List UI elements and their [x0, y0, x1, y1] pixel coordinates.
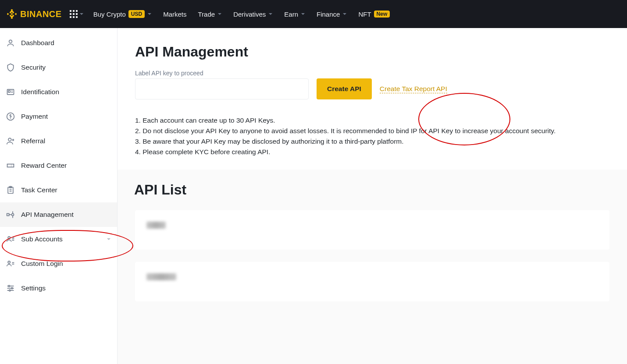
svg-point-19 — [7, 113, 14, 120]
usd-badge: USD — [128, 10, 145, 18]
svg-point-14 — [9, 40, 12, 43]
svg-point-43 — [8, 285, 10, 286]
chevron-down-icon — [268, 12, 273, 16]
svg-rect-10 — [76, 13, 78, 15]
svg-rect-12 — [73, 16, 75, 18]
note-line: 2. Do not disclose your API Key to anyon… — [135, 126, 609, 136]
sidebar-item-reward-center[interactable]: Reward Center — [0, 153, 117, 178]
nav-markets[interactable]: Markets — [163, 11, 186, 18]
sidebar-item-dashboard[interactable]: Dashboard — [0, 31, 117, 55]
api-label-input[interactable] — [135, 78, 309, 99]
person-plus-icon — [6, 137, 18, 145]
shield-icon — [6, 63, 18, 72]
svg-point-37 — [8, 261, 10, 263]
sliders-icon — [6, 284, 18, 293]
sidebar-item-label: Settings — [21, 284, 111, 292]
nav-item-label: Earn — [284, 11, 298, 18]
api-notes: 1. Each account can create up to 30 API … — [135, 115, 609, 157]
clipboard-icon — [6, 186, 18, 194]
dollar-circle-icon — [6, 112, 18, 121]
binance-logo-icon — [7, 9, 17, 19]
nav-item-label: Derivatives — [233, 11, 266, 18]
nav-item-label: NFT — [358, 11, 371, 18]
svg-point-44 — [11, 287, 13, 289]
redacted-content — [146, 222, 166, 229]
sidebar-item-custom-login[interactable]: Custom Login — [0, 251, 117, 276]
nav-item-label: Trade — [198, 11, 215, 18]
svg-rect-28 — [7, 214, 9, 216]
nav-nft[interactable]: NFT New — [358, 11, 390, 18]
api-list-section: API List — [118, 170, 627, 364]
svg-point-33 — [8, 237, 10, 239]
svg-point-45 — [9, 290, 11, 291]
sidebar-item-payment[interactable]: Payment — [0, 104, 117, 129]
create-tax-report-api-link[interactable]: Create Tax Report API — [380, 85, 447, 93]
chevron-down-icon — [342, 12, 347, 16]
svg-rect-9 — [73, 13, 75, 15]
svg-rect-3 — [15, 13, 17, 15]
svg-rect-4 — [11, 13, 13, 15]
sidebar-item-api-management[interactable]: API Management — [0, 202, 117, 227]
svg-rect-13 — [76, 16, 78, 18]
sidebar-item-label: Task Center — [21, 186, 111, 194]
api-management-section: API Management Label API key to proceed … — [118, 28, 627, 170]
sidebar-item-label: Security — [21, 64, 111, 71]
chevron-down-icon — [301, 12, 305, 16]
id-card-icon — [6, 88, 18, 96]
sidebar-item-referral[interactable]: Referral — [0, 129, 117, 153]
body-container: Dashboard Security Identification Paymen… — [0, 28, 627, 364]
sidebar-item-security[interactable]: Security — [0, 55, 117, 80]
apps-grid-button[interactable] — [70, 10, 84, 18]
sidebar-item-label: Sub Accounts — [21, 235, 107, 243]
svg-rect-8 — [70, 13, 71, 15]
sidebar-item-label: Referral — [21, 137, 111, 145]
svg-rect-2 — [7, 13, 9, 15]
apps-grid-icon — [70, 10, 78, 18]
nav-finance[interactable]: Finance — [317, 11, 347, 18]
sidebar-item-label: Reward Center — [21, 162, 111, 170]
svg-rect-16 — [8, 91, 10, 92]
sidebar-item-identification[interactable]: Identification — [0, 80, 117, 104]
api-key-card[interactable] — [135, 262, 609, 301]
sidebar: Dashboard Security Identification Paymen… — [0, 28, 118, 364]
brand-name: BINANCE — [20, 9, 62, 19]
person-icon — [6, 39, 18, 47]
svg-rect-5 — [70, 10, 71, 12]
sidebar-item-sub-accounts[interactable]: Sub Accounts — [0, 227, 117, 251]
sidebar-item-label: Identification — [21, 88, 111, 96]
sidebar-item-label: Custom Login — [21, 260, 111, 268]
nav-derivatives[interactable]: Derivatives — [233, 11, 273, 18]
create-api-button[interactable]: Create API — [317, 78, 372, 99]
api-key-card[interactable] — [135, 210, 609, 250]
nav-item-label: Markets — [163, 11, 186, 18]
sidebar-item-label: API Management — [21, 211, 111, 219]
new-badge: New — [374, 11, 390, 18]
sidebar-item-settings[interactable]: Settings — [0, 276, 117, 300]
svg-point-20 — [8, 138, 11, 141]
chevron-down-icon — [107, 237, 111, 241]
svg-rect-6 — [73, 10, 75, 12]
people-list-icon — [6, 235, 18, 244]
sidebar-item-label: Payment — [21, 113, 111, 120]
nav-item-label: Finance — [317, 11, 340, 18]
api-list-title: API List — [134, 182, 609, 198]
note-line: 4. Please complete KYC before creating A… — [135, 147, 609, 157]
nav-item-label: Buy Crypto — [93, 11, 126, 18]
chevron-down-icon — [147, 12, 152, 16]
nav-trade[interactable]: Trade — [198, 11, 222, 18]
create-api-row: Create API Create Tax Report API — [135, 78, 609, 99]
top-navbar: BINANCE Buy Crypto USD Markets Trade Der… — [0, 0, 627, 28]
nav-buy-crypto[interactable]: Buy Crypto USD — [93, 10, 152, 18]
brand-logo[interactable]: BINANCE — [7, 9, 62, 19]
svg-point-30 — [12, 214, 14, 216]
nav-earn[interactable]: Earn — [284, 11, 305, 18]
page-title: API Management — [135, 44, 609, 60]
sidebar-item-task-center[interactable]: Task Center — [0, 178, 117, 202]
note-line: 3. Be aware that your API Key may be dis… — [135, 136, 609, 147]
svg-rect-7 — [76, 10, 78, 12]
sidebar-item-label: Dashboard — [21, 39, 111, 47]
note-line: 1. Each account can create up to 30 API … — [135, 115, 609, 126]
ticket-icon — [6, 161, 18, 170]
chevron-down-icon — [79, 12, 84, 16]
redacted-content — [146, 273, 176, 280]
